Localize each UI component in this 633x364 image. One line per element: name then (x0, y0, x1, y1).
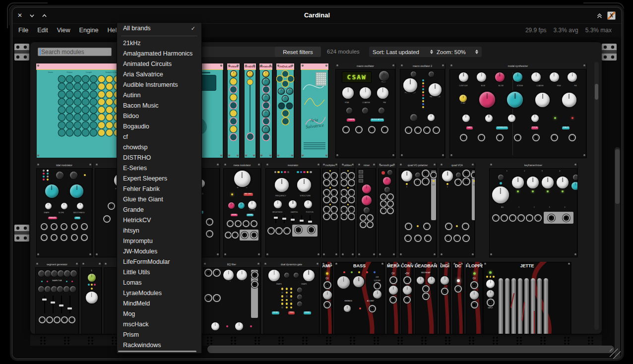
brand-menu-item-all-brands[interactable]: All brands ✓ (117, 23, 201, 34)
brand-menu-item-hetrickcv[interactable]: HetrickCV (117, 215, 201, 226)
app-icon[interactable]: X (607, 11, 616, 20)
brand-menu-item-prism[interactable]: Prism (117, 330, 201, 340)
screw-icon (392, 154, 394, 156)
screw-icon (480, 263, 482, 265)
rack-rail (14, 225, 29, 242)
module-card-mixer[interactable]: mixer (357, 163, 376, 257)
screw-icon (574, 253, 576, 255)
brand-menu-item-animated-circuits[interactable]: Animated Circuits (117, 59, 201, 69)
module-card-segment-generator[interactable]: segment generatorSHAPE/TIME (35, 262, 79, 334)
brand-menu-item-bacon-music[interactable]: Bacon Music (117, 101, 201, 111)
screw-icon (392, 64, 394, 66)
brand-menu-item-glue-the-giant[interactable]: Glue the Giant (117, 194, 201, 205)
menubar-item-engine[interactable]: Engine (79, 24, 99, 37)
module-card-resonator[interactable]: resonatorFREQUENCYSTRUCTUREBRIGHTNESSDAM… (265, 163, 320, 257)
screw-icon (434, 253, 436, 255)
brand-menu-item-lomas[interactable]: Lomas (117, 278, 201, 288)
module-card-conv[interactable]: CONV+5V (401, 262, 413, 334)
menubar-item-file[interactable]: File (18, 24, 28, 37)
brand-menu-item-rackwindows[interactable]: Rackwindows (117, 340, 201, 351)
module-card-utilities[interactable]: utilities (341, 163, 355, 257)
module-card-bernoulli-gate[interactable]: bernoulli gate (378, 163, 396, 257)
menubar-item-edit[interactable]: Edit (37, 24, 48, 37)
module-card[interactable]: AriaSalvatrice (301, 63, 328, 158)
screw-icon (266, 253, 268, 255)
screw-icon (358, 164, 360, 166)
module-card-quad-vca[interactable]: quad VCA1OUT (440, 163, 475, 257)
brand-menu-item-cf[interactable]: cf (117, 132, 201, 142)
browser-vertical-scrollbar[interactable] (594, 62, 599, 330)
resize-handle[interactable] (610, 349, 621, 359)
screw-icon (37, 64, 39, 66)
screw-icon (220, 64, 222, 66)
brand-menu-item-bogaudio[interactable]: Bogaudio (117, 121, 201, 132)
screw-icon (217, 253, 219, 255)
brand-menu-item-lifeformmodular[interactable]: LifeFormModular (117, 257, 201, 267)
brand-menu-item-autinn[interactable]: Autinn (117, 90, 201, 101)
module-card-mera[interactable]: MERACV (387, 262, 399, 334)
screw-icon (228, 154, 230, 156)
module-card-meta-modulator[interactable]: meta modulatorALGORITHMINT. OSCTIMBRELEV… (223, 163, 261, 257)
module-card-grabby[interactable]: Grabby (244, 63, 256, 158)
double-chevron-up-icon[interactable] (596, 12, 603, 19)
brand-menu-item-aria-salvatrice[interactable]: Aria Salvatrice (117, 69, 201, 80)
brand-menu-item-e-series[interactable]: E-Series (117, 163, 201, 174)
brand-menu-item-amalgamated-harmonics[interactable]: Amalgamated Harmonics (117, 49, 201, 59)
window-vertical-scrollbar[interactable] (615, 147, 620, 359)
brand-menu-item-21khz[interactable]: 21kHz (117, 38, 201, 49)
brand-menu-item-audible-instruments[interactable]: Audible Instruments (117, 80, 201, 90)
module-card-keyframer-mixer[interactable]: keyframer/mixer1234ALL1234 (489, 163, 577, 257)
brand-menu-item-mindmeld[interactable]: MindMeld (117, 299, 201, 309)
screw-icon (484, 263, 486, 265)
menubar-item-view[interactable]: View (57, 24, 70, 37)
brand-menu-item-little-utils[interactable]: Little Utils (117, 267, 201, 278)
brand-menu-item-grande[interactable]: Grande (117, 205, 201, 215)
module-card-macro-oscillator[interactable]: macro oscillatorCSAWEDITFINECOARSEFMTIMB… (335, 63, 395, 158)
module-card-modal-synthesizer[interactable]: modal synthesizerCONTOURBOWBLOWSTRIKECOA… (449, 63, 586, 158)
rack-background: Tags Reset filters 624 modules Sort: Las… (12, 37, 622, 359)
brand-menu-item-mschack[interactable]: mscHack (117, 319, 201, 330)
screw-icon (583, 64, 585, 66)
brand-menu-item-fehler-fabrik[interactable]: Fehler Fabrik (117, 184, 201, 194)
module-card-deadband[interactable]: DEADBANDWIDTHGAP (415, 262, 437, 334)
brand-menu-item-distrho[interactable]: DISTRHO (117, 153, 201, 163)
module-card-amp[interactable]: AMPCV (321, 262, 333, 334)
screw-icon (393, 164, 395, 166)
screw-icon (442, 64, 444, 66)
module-card-quad-vc-polarizer[interactable]: quad VC-polarizer1OUT (399, 163, 437, 257)
brand-menu-item-ihtsyn[interactable]: ihtsyn (117, 226, 201, 236)
brand-menu-item-lyraemodules[interactable]: LyraeModules (117, 288, 201, 299)
module-card-undular[interactable]: UnDuLaR (276, 63, 294, 158)
module-card-pokies[interactable]: Pokies (227, 63, 240, 158)
screw-icon (316, 263, 318, 265)
screw-icon (442, 154, 444, 156)
module-card-rotatoes[interactable]: Rotatoes (259, 63, 272, 158)
brand-menu-item-expert-sleepers[interactable]: Expert Sleepers (117, 174, 201, 184)
screw-icon (237, 64, 239, 66)
module-card-digi[interactable]: DIGI (439, 262, 450, 334)
module-card-macro-oscillator-2[interactable]: macro oscillator 2FREQUENCYHARMONICS (400, 63, 445, 158)
menu-horizontal-scrollbar[interactable] (118, 351, 196, 352)
module-title: segment generator (35, 262, 79, 268)
module-card-dual-dynamics-gate[interactable]: dual dynamics gateSHAPESHAPELEVELTRIGLEV… (263, 262, 319, 334)
module-card-dc[interactable]: DC (452, 262, 464, 334)
brand-menu-item-jw-modules[interactable]: JW-Modules (117, 246, 201, 257)
module-card-tidal-modulator[interactable]: tidal modulatorSHAPESLOPESMOOTHNESSFREEZ… (36, 163, 92, 257)
module-card-multiples[interactable]: multiples (322, 163, 338, 257)
screw-icon (105, 263, 107, 265)
screw-icon (379, 164, 381, 166)
module-card[interactable]: t (81, 262, 102, 334)
brand-menu-item-mog[interactable]: Mog (117, 309, 201, 319)
module-card-jette[interactable]: JETTEINPUT (483, 262, 571, 334)
brand-menu-item-chowdsp[interactable]: chowdsp (117, 142, 201, 153)
brand-menu-item-impromptu[interactable]: Impromptu (117, 236, 201, 246)
screw-icon (237, 154, 239, 156)
screw-icon (335, 253, 337, 255)
module-card-eq-filter[interactable]: EQ filterFREQGAIN (203, 262, 260, 334)
screw-icon (373, 164, 375, 166)
module-card-bass[interactable]: BASSCVCUTOFFENVMODACCENT (334, 262, 384, 334)
window-horizontal-scrollbar[interactable] (207, 346, 614, 353)
module-card-flopper[interactable]: FLOPPERCV (466, 262, 483, 334)
brand-menu-item-bidoo[interactable]: Bidoo (117, 111, 201, 121)
module-browser: Tags Reset filters 624 modules Sort: Las… (30, 42, 602, 334)
